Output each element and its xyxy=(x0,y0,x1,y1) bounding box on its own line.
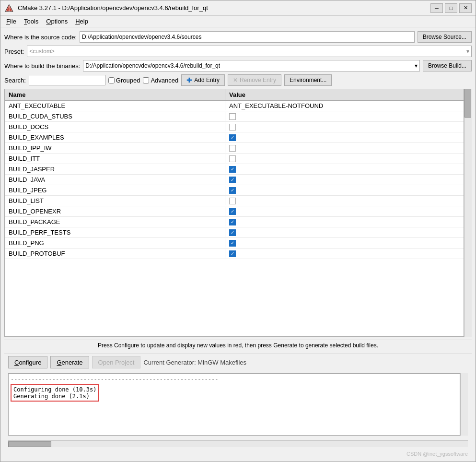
checkbox-checked[interactable]: ✓ xyxy=(229,177,236,183)
cell-name: BUILD_PERF_TESTS xyxy=(5,228,225,237)
cell-value[interactable]: ✓ xyxy=(225,218,464,226)
build-value: D:/Application/opencvdev/opencv3.4.6/reb… xyxy=(85,62,220,69)
table-body: ANT_EXECUTABLEANT_EXECUTABLE-NOTFOUNDBUI… xyxy=(5,101,464,336)
cell-value[interactable]: ✓ xyxy=(225,176,464,184)
add-entry-button[interactable]: ✚ Add Entry xyxy=(181,74,225,86)
menu-tools[interactable]: Tools xyxy=(20,17,42,26)
checkbox-checked[interactable]: ✓ xyxy=(229,134,236,141)
source-input[interactable] xyxy=(80,31,415,43)
table-row[interactable]: BUILD_ITT xyxy=(5,154,464,164)
menu-help[interactable]: Help xyxy=(71,17,92,26)
window-controls: ─ □ ✕ xyxy=(430,3,472,13)
main-window: CMake 3.27.1 - D:/Application/opencvdev/… xyxy=(0,0,476,462)
checkbox-unchecked[interactable] xyxy=(229,113,236,120)
browse-build-button[interactable]: Browse Build... xyxy=(423,60,472,71)
cell-value[interactable]: ✓ xyxy=(225,228,464,237)
table-row[interactable]: BUILD_DOCS xyxy=(5,122,464,132)
cell-value[interactable] xyxy=(225,112,464,121)
checkbox-unchecked[interactable] xyxy=(229,198,236,204)
browse-source-button[interactable]: Browse Source... xyxy=(418,31,472,43)
horizontal-scrollbar[interactable] xyxy=(8,440,468,447)
log-scrollbar[interactable] xyxy=(460,373,468,436)
preset-combo[interactable]: <custom> ▾ xyxy=(27,46,472,57)
log-line-2: Generating done (2.1s) xyxy=(13,393,90,400)
table-scrollbar[interactable] xyxy=(464,89,472,337)
configure-button[interactable]: Configure xyxy=(8,356,47,368)
checkbox-unchecked[interactable] xyxy=(229,155,236,162)
cell-value[interactable]: ✓ xyxy=(225,186,464,195)
checkbox-checked[interactable]: ✓ xyxy=(229,219,236,225)
cell-value[interactable] xyxy=(225,197,464,205)
table-row[interactable]: BUILD_PROTOBUF✓ xyxy=(5,249,464,259)
checkbox-unchecked[interactable] xyxy=(229,124,236,130)
environment-button[interactable]: Environment... xyxy=(284,74,332,86)
table-row[interactable]: ANT_EXECUTABLEANT_EXECUTABLE-NOTFOUND xyxy=(5,101,464,111)
checkbox-checked[interactable]: ✓ xyxy=(229,229,236,236)
build-combo[interactable]: D:/Application/opencvdev/opencv3.4.6/reb… xyxy=(83,60,420,71)
table-row[interactable]: BUILD_IPP_IW xyxy=(5,143,464,154)
table-row[interactable]: BUILD_PACKAGE✓ xyxy=(5,217,464,227)
scrollbar-thumb[interactable] xyxy=(464,89,471,118)
table-row[interactable]: BUILD_JPEG✓ xyxy=(5,185,464,196)
content-area: Where is the source code: Browse Source.… xyxy=(0,27,476,462)
log-section: ----------------------------------------… xyxy=(8,373,468,436)
checkbox-checked[interactable]: ✓ xyxy=(229,187,236,194)
checkbox-checked[interactable]: ✓ xyxy=(229,166,236,173)
advanced-checkbox[interactable] xyxy=(143,77,149,83)
maximize-button[interactable]: □ xyxy=(445,3,457,13)
grouped-label[interactable]: Grouped xyxy=(108,77,140,84)
table-row[interactable]: BUILD_JASPER✓ xyxy=(5,164,464,175)
build-label: Where to build the binaries: xyxy=(4,62,80,70)
remove-entry-button[interactable]: ✕ Remove Entry xyxy=(228,74,281,86)
preset-chevron-icon: ▾ xyxy=(466,48,469,55)
search-input[interactable] xyxy=(29,75,105,85)
cell-value[interactable] xyxy=(225,144,464,153)
close-button[interactable]: ✕ xyxy=(459,3,472,13)
preset-label: Preset: xyxy=(4,48,24,55)
hscroll-thumb[interactable] xyxy=(8,441,51,447)
table-row[interactable]: BUILD_PERF_TESTS✓ xyxy=(5,227,464,238)
title-bar: CMake 3.27.1 - D:/Application/opencvdev/… xyxy=(0,0,476,16)
log-divider: ----------------------------------------… xyxy=(11,376,458,382)
status-text: Press Configure to update and display ne… xyxy=(98,342,378,349)
checkbox-checked[interactable]: ✓ xyxy=(229,250,236,257)
bottom-toolbar: Configure Generate Open Project Current … xyxy=(4,354,472,370)
cmake-icon xyxy=(4,3,14,13)
cell-name: BUILD_PROTOBUF xyxy=(5,249,225,258)
table-row[interactable]: BUILD_PNG✓ xyxy=(5,238,464,249)
cell-value[interactable]: ✓ xyxy=(225,133,464,142)
status-bar: Press Configure to update and display ne… xyxy=(4,340,472,351)
table-row[interactable]: BUILD_JAVA✓ xyxy=(5,175,464,185)
source-label: Where is the source code: xyxy=(4,34,77,41)
table-row[interactable]: BUILD_OPENEXR✓ xyxy=(5,206,464,217)
checkbox-unchecked[interactable] xyxy=(229,145,236,152)
log-highlight-box: Configuring done (10.3s) Generating done… xyxy=(11,384,458,402)
checkbox-checked[interactable]: ✓ xyxy=(229,240,236,247)
cell-name: BUILD_EXAMPLES xyxy=(5,133,225,142)
cell-value[interactable]: ✓ xyxy=(225,249,464,258)
build-row: Where to build the binaries: D:/Applicat… xyxy=(4,60,472,71)
grouped-text: Grouped xyxy=(116,77,140,84)
cell-name: BUILD_JASPER xyxy=(5,165,225,174)
col-value-header: Value xyxy=(225,89,464,100)
table-row[interactable]: BUILD_EXAMPLES✓ xyxy=(5,132,464,143)
advanced-label[interactable]: Advanced xyxy=(143,77,178,84)
menu-file[interactable]: File xyxy=(2,17,20,26)
cell-name: BUILD_LIST xyxy=(5,196,225,205)
cell-name: BUILD_PACKAGE xyxy=(5,217,225,226)
table-row[interactable]: BUILD_CUDA_STUBS xyxy=(5,111,464,122)
table-row[interactable]: BUILD_LIST xyxy=(5,196,464,206)
generate-button[interactable]: Generate xyxy=(50,356,89,368)
cell-value[interactable] xyxy=(225,123,464,131)
menu-options[interactable]: Options xyxy=(42,17,71,26)
cell-value[interactable] xyxy=(225,154,464,163)
cell-value[interactable]: ✓ xyxy=(225,165,464,174)
minimize-button[interactable]: ─ xyxy=(430,3,443,13)
cell-value[interactable]: ✓ xyxy=(225,239,464,248)
log-output: ----------------------------------------… xyxy=(8,373,460,436)
log-highlighted-text: Configuring done (10.3s) Generating done… xyxy=(11,384,99,402)
cell-value[interactable]: ✓ xyxy=(225,207,464,216)
source-row: Where is the source code: Browse Source.… xyxy=(4,31,472,43)
checkbox-checked[interactable]: ✓ xyxy=(229,208,236,215)
grouped-checkbox[interactable] xyxy=(108,77,115,83)
